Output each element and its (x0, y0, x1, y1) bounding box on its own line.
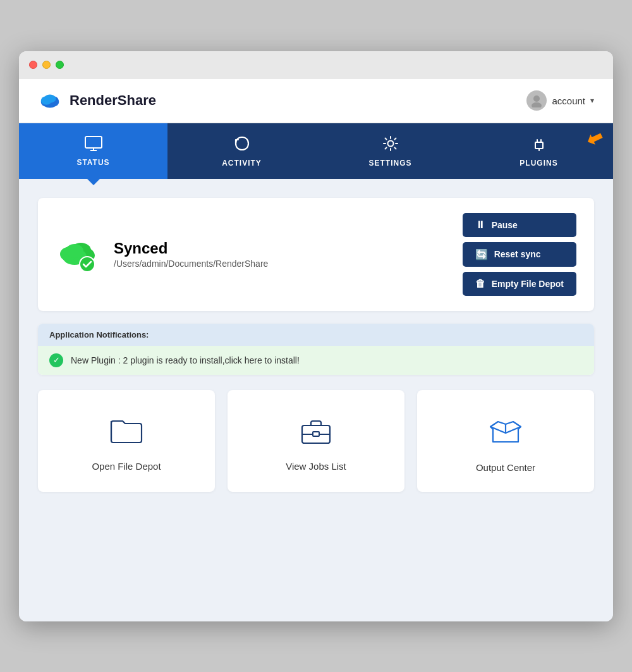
svg-rect-6 (85, 137, 102, 148)
reset-sync-button[interactable]: 🔄 Reset sync (463, 242, 576, 267)
nav-label-settings: SETTINGS (368, 159, 411, 168)
notification-item[interactable]: ✓ New Plugin : 2 plugin is ready to inst… (38, 346, 594, 375)
svg-point-20 (80, 257, 95, 272)
logo-text: RenderShare (70, 92, 156, 109)
check-icon: ✓ (49, 353, 63, 367)
activity-icon (233, 135, 251, 155)
logo-icon (38, 89, 62, 113)
gear-icon (382, 135, 399, 155)
logo-area: RenderShare (38, 89, 156, 113)
open-file-depot-label: Open File Depot (92, 461, 161, 472)
svg-point-19 (66, 244, 83, 258)
main-content: Synced /Users/admin/Documents/RenderShar… (19, 179, 613, 621)
pause-label: Pause (492, 220, 518, 230)
title-bar (19, 51, 613, 79)
status-left: Synced /Users/admin/Documents/RenderShar… (56, 235, 268, 273)
box-icon (489, 415, 522, 452)
plugin-icon (530, 135, 548, 155)
nav-item-status[interactable]: STATUS (19, 123, 167, 179)
app-window: RenderShare account ▾ STATUS (19, 51, 613, 621)
chevron-down-icon: ▾ (590, 96, 594, 105)
svg-point-9 (387, 140, 393, 146)
monitor-icon (84, 135, 103, 154)
empty-file-depot-label: Empty File Depot (492, 279, 564, 289)
nav-item-activity[interactable]: ACTIVITY (167, 123, 316, 179)
reset-sync-label: Reset sync (494, 249, 541, 259)
svg-point-4 (533, 95, 540, 102)
account-label: account (552, 95, 585, 106)
folder-icon (110, 417, 143, 451)
close-button[interactable] (29, 61, 37, 69)
nav-label-status: STATUS (76, 158, 109, 167)
pause-icon: ⏸ (475, 219, 485, 231)
cards-section: Open File Depot View Jobs List (38, 390, 594, 492)
status-title: Synced (114, 240, 268, 257)
account-menu[interactable]: account ▾ (526, 90, 594, 111)
status-info: Synced /Users/admin/Documents/RenderShar… (114, 240, 268, 269)
nav-bar: STATUS ACTIVITY SETTINGS (19, 123, 613, 179)
nav-item-plugins[interactable]: PLUGINS ⬋ (465, 123, 613, 179)
view-jobs-list-label: View Jobs List (286, 461, 346, 472)
cloud-status-icon (56, 235, 101, 273)
app-header: RenderShare account ▾ (19, 79, 613, 123)
svg-rect-22 (313, 432, 319, 436)
arrow-badge-icon: ⬋ (583, 125, 606, 151)
nav-label-plugins: PLUGINS (520, 159, 557, 168)
output-center-label: Output Center (476, 462, 535, 473)
output-center-card[interactable]: Output Center (417, 390, 594, 492)
briefcase-icon (300, 417, 332, 451)
trash-icon: 🗑 (475, 278, 485, 290)
open-file-depot-card[interactable]: Open File Depot (38, 390, 215, 492)
reset-icon: 🔄 (475, 248, 488, 260)
svg-rect-10 (535, 142, 543, 149)
nav-item-settings[interactable]: SETTINGS (316, 123, 465, 179)
status-section: Synced /Users/admin/Documents/RenderShar… (38, 198, 594, 311)
empty-file-depot-button[interactable]: 🗑 Empty File Depot (463, 272, 576, 296)
svg-point-5 (532, 102, 542, 107)
notifications-header: Application Notifications: (38, 324, 594, 346)
notifications-section: Application Notifications: ✓ New Plugin … (38, 324, 594, 375)
avatar (526, 90, 547, 111)
maximize-button[interactable] (56, 61, 64, 69)
minimize-button[interactable] (42, 61, 51, 69)
status-path: /Users/admin/Documents/RenderShare (114, 259, 268, 269)
status-buttons: ⏸ Pause 🔄 Reset sync 🗑 Empty File Depot (463, 213, 576, 296)
svg-point-3 (44, 95, 56, 103)
pause-button[interactable]: ⏸ Pause (463, 213, 576, 237)
view-jobs-list-card[interactable]: View Jobs List (228, 390, 404, 492)
notification-text: New Plugin : 2 plugin is ready to instal… (71, 355, 300, 365)
nav-label-activity: ACTIVITY (222, 159, 262, 168)
